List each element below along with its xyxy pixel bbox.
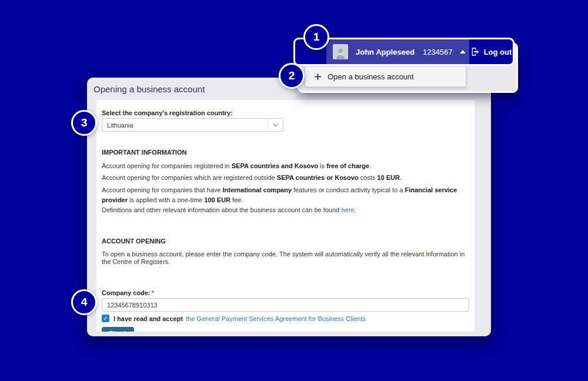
menu-item-label: Open a business account	[328, 72, 414, 81]
check-icon: ✓	[103, 316, 108, 322]
text: features or conduct activity typical to …	[292, 186, 405, 193]
important-info-heading: IMPORTANT INFORMATION	[102, 149, 469, 156]
step-badge-3: 3	[71, 110, 97, 136]
terms-row: ✓ I have read and accept the General Pay…	[102, 315, 469, 322]
account-opening-heading: ACCOUNT OPENING	[102, 238, 469, 245]
logout-icon	[470, 47, 480, 56]
plus-icon	[314, 73, 322, 81]
page-title: Opening a business account	[93, 84, 205, 94]
text: .	[400, 174, 402, 181]
here-link[interactable]: here	[341, 206, 354, 213]
chevron-down-icon	[268, 121, 283, 129]
text: Definitions and other relevant informati…	[102, 206, 341, 213]
company-code-label: Company code:*	[102, 289, 469, 296]
terms-checkbox[interactable]: ✓	[102, 315, 109, 322]
user-id: 1234567	[423, 48, 453, 56]
page-background: John Appleseed 1234567 Log out Open a bu…	[0, 0, 588, 381]
info-paragraph-4: Definitions and other relevant informati…	[102, 206, 469, 214]
info-paragraph-2: Account opening for companies which are …	[102, 174, 469, 182]
text: Account opening for companies which are …	[102, 174, 277, 181]
label-text: Company code:	[102, 289, 151, 296]
text: Account opening for companies registered…	[102, 162, 232, 169]
text: fee.	[230, 196, 243, 203]
required-asterisk: *	[152, 289, 154, 296]
agreement-link[interactable]: the General Payment Services Agreement f…	[186, 315, 366, 322]
check-button[interactable]: Check	[102, 327, 134, 332]
logout-label: Log out	[484, 48, 512, 56]
terms-label: I have read and accept	[113, 315, 183, 322]
menu-item-open-business-account[interactable]: Open a business account	[305, 66, 466, 87]
info-paragraph-3: Account opening for companies that have …	[102, 185, 469, 205]
person-icon	[334, 46, 347, 59]
text: .	[369, 162, 371, 169]
business-account-panel: Opening a business account Select the co…	[87, 78, 491, 336]
text-bold: 10 EUR	[377, 174, 400, 181]
text-bold: International company	[222, 186, 291, 193]
chevron-up-icon	[460, 50, 466, 54]
text: is	[318, 162, 326, 169]
user-name: John Appleseed	[356, 48, 415, 56]
logout-button[interactable]: Log out	[469, 39, 513, 64]
text-bold: SEPA countries and Kosovo	[232, 162, 318, 169]
step-badge-4: 4	[71, 289, 97, 315]
text: is applied with a one-time	[128, 196, 204, 203]
step-badge-2: 2	[279, 63, 305, 89]
country-select-value: Lithuania	[102, 122, 268, 129]
text: .	[354, 206, 356, 213]
text: costs	[359, 174, 377, 181]
country-select[interactable]: Lithuania	[102, 118, 283, 132]
step-badge-1: 1	[303, 24, 329, 50]
account-opening-paragraph: To open a business account, please enter…	[102, 250, 469, 266]
form-card: Select the company's registration countr…	[96, 100, 475, 332]
info-paragraph-1: Account opening for companies registered…	[102, 162, 469, 170]
company-code-input[interactable]	[102, 298, 469, 312]
country-label: Select the company's registration countr…	[102, 109, 469, 116]
text-bold: free of charge	[326, 162, 369, 169]
user-menu[interactable]: John Appleseed 1234567	[326, 39, 469, 64]
text-bold: SEPA countries or Kosovo	[277, 174, 359, 181]
text: Account opening for companies that have	[102, 186, 222, 193]
text-bold: 100 EUR	[204, 196, 230, 203]
avatar	[333, 44, 348, 59]
